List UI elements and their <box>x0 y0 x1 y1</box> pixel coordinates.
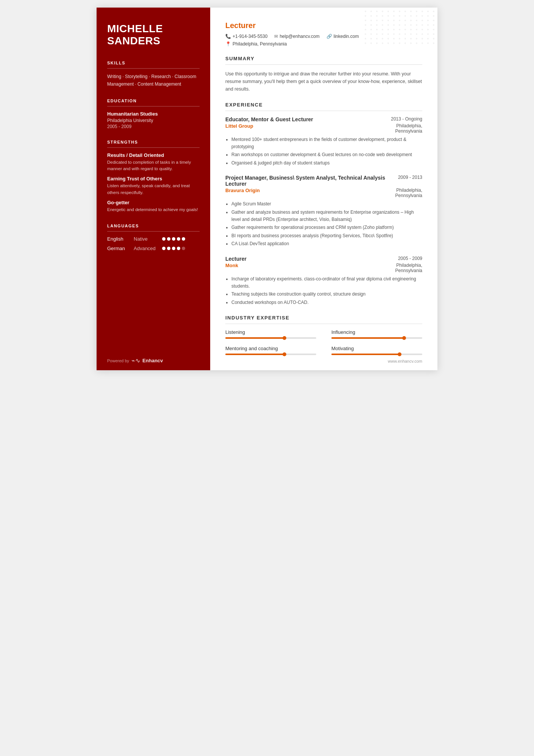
expertise-grid: Listening Influencing Mentoring and coac… <box>225 329 422 355</box>
email-address: help@enhancv.com <box>279 34 319 39</box>
exp-3-bullet-1: Incharge of laboratory experiments. clas… <box>231 275 422 290</box>
dot-g5 <box>182 247 185 250</box>
expertise-motivating-thumb <box>398 352 401 356</box>
dot-g3 <box>172 247 175 250</box>
expertise-influencing-bar-fill <box>331 337 404 339</box>
exp-3-bullet-2: Teaching subjects like construction qual… <box>231 291 422 298</box>
dot-g1 <box>162 247 166 250</box>
exp-2-dates: 2009 - 2013 <box>398 175 422 180</box>
summary-divider <box>225 64 422 65</box>
summary-text: Use this opportunity to intrigue and dra… <box>225 70 422 93</box>
expertise-mentoring: Mentoring and coaching <box>225 346 316 355</box>
exp-2-location: Philadelphia, Pennsylvania <box>395 188 422 198</box>
svg-point-3 <box>382 11 383 12</box>
lang-english-name: English <box>107 236 134 242</box>
footer-website-text: www.enhancv.com <box>388 359 422 363</box>
languages-title: LANGUAGES <box>107 224 200 228</box>
exp-1-header: Educator, Mentor & Guest Lecturer 2013 -… <box>225 116 422 122</box>
exp-2-header: Project Manager, Business\ System Analys… <box>225 175 422 187</box>
location-text: Philadelphia, Pennsylvania <box>233 41 287 47</box>
language-english: English Native <box>107 236 200 242</box>
exp-3-bullet-3: Conducted workshops on AUTO-CAD. <box>231 299 422 306</box>
education-years: 2005 - 2009 <box>107 124 200 129</box>
skills-content: Writing · Storytelling · Research · Clas… <box>107 73 200 88</box>
exp-3-title: Lecturer <box>225 256 394 262</box>
svg-point-17 <box>387 15 389 17</box>
svg-point-9 <box>416 11 417 12</box>
experience-title: EXPERIENCE <box>225 102 422 108</box>
exp-3-dates: 2005 - 2009 <box>398 256 422 261</box>
lang-english-dots <box>162 237 185 241</box>
strengths-title: STRENGTHS <box>107 140 200 144</box>
exp-1-title: Educator, Mentor & Guest Lecturer <box>225 116 387 122</box>
svg-point-63 <box>427 29 429 30</box>
exp-2-company: Bravura Origin <box>225 188 260 198</box>
expertise-listening-bar-fill <box>225 337 284 339</box>
expertise-influencing-thumb <box>402 336 406 340</box>
experience-divider <box>225 111 422 111</box>
sidebar: MICHELLE SANDERS SKILLS Writing · Storyt… <box>97 8 210 370</box>
exp-1-dates: 2013 - Ongoing <box>391 116 422 122</box>
footer-website: www.enhancv.com <box>388 357 422 364</box>
expertise-mentoring-label: Mentoring and coaching <box>225 346 316 351</box>
strength-2-desc: Listen attentively, speak candidly, and … <box>107 183 200 196</box>
svg-point-102 <box>427 42 429 44</box>
dot-4 <box>177 237 180 241</box>
svg-point-24 <box>427 15 429 17</box>
svg-point-4 <box>387 11 389 12</box>
expertise-mentoring-bar-fill <box>225 354 284 355</box>
exp-1-bullet-1: Mentored 100+ student entrepreneurs in t… <box>231 136 422 150</box>
strength-2-title: Earning Trust of Others <box>107 176 200 182</box>
dot-3 <box>172 237 175 241</box>
resume-container: MICHELLE SANDERS SKILLS Writing · Storyt… <box>97 8 437 370</box>
phone-number: +1-914-345-5530 <box>233 34 267 39</box>
expertise-mentoring-bar-bg <box>225 354 316 355</box>
candidate-name: MICHELLE SANDERS <box>107 23 200 47</box>
phone-icon: 📞 <box>225 34 231 39</box>
education-degree: Humanitarian Studies <box>107 111 200 117</box>
skills-title: SKILLS <box>107 61 200 65</box>
strength-3-desc: Energetic and determined to achieve my g… <box>107 207 200 213</box>
exp-3-company-row: Monk Philadelphia, Pennsylvania <box>225 263 422 273</box>
svg-point-22 <box>416 15 417 17</box>
lang-english-level: Native <box>134 236 162 242</box>
exp-1-company-row: Littel Group Philadelphia, Pennsylvania <box>225 123 422 134</box>
exp-3-company: Monk <box>225 263 238 273</box>
exp-3-location: Philadelphia, Pennsylvania <box>395 263 422 273</box>
svg-point-50 <box>427 24 429 26</box>
skills-section: SKILLS Writing · Storytelling · Research… <box>107 61 200 88</box>
contact-location: 📍 Philadelphia, Pennsylvania <box>225 41 422 47</box>
contact-email: ✉ help@enhancv.com <box>274 34 319 39</box>
lang-german-level: Advanced <box>134 246 162 251</box>
website-url: linkedin.com <box>334 34 359 39</box>
email-icon: ✉ <box>274 34 278 39</box>
education-divider <box>107 106 200 106</box>
expertise-listening-label: Listening <box>225 329 316 335</box>
expertise-influencing-bar-bg <box>331 337 422 339</box>
exp-2-bullet-2: Gather and analyze business and system r… <box>231 209 422 223</box>
exp-entry-2: Project Manager, Business\ System Analys… <box>225 175 422 247</box>
strengths-divider <box>107 147 200 148</box>
link-icon: 🔗 <box>326 34 332 39</box>
sidebar-footer: Powered by ⌁∿ Enhancv <box>107 357 163 364</box>
svg-point-10 <box>422 11 423 12</box>
svg-point-19 <box>399 15 400 17</box>
svg-point-11 <box>427 11 429 12</box>
svg-point-89 <box>427 38 429 39</box>
exp-2-bullet-4: BI reports and business processes analys… <box>231 232 422 239</box>
expertise-motivating-bar-fill <box>331 354 400 355</box>
dot-5 <box>182 237 185 241</box>
expertise-listening: Listening <box>225 329 316 339</box>
svg-point-77 <box>433 33 434 35</box>
expertise-influencing-label: Influencing <box>331 329 422 335</box>
expertise-title: INDUSTRY EXPERTISE <box>225 315 422 321</box>
contact-row: 📞 +1-914-345-5530 ✉ help@enhancv.com 🔗 l… <box>225 34 422 39</box>
job-title: Lecturer <box>225 21 422 30</box>
dot-g2 <box>167 247 170 250</box>
logo-icon: ⌁∿ <box>131 357 140 364</box>
location-icon: 📍 <box>225 41 231 47</box>
expertise-influencing: Influencing <box>331 329 422 339</box>
svg-point-8 <box>410 11 412 12</box>
dot-1 <box>162 237 166 241</box>
logo-text: Enhancv <box>142 358 163 363</box>
